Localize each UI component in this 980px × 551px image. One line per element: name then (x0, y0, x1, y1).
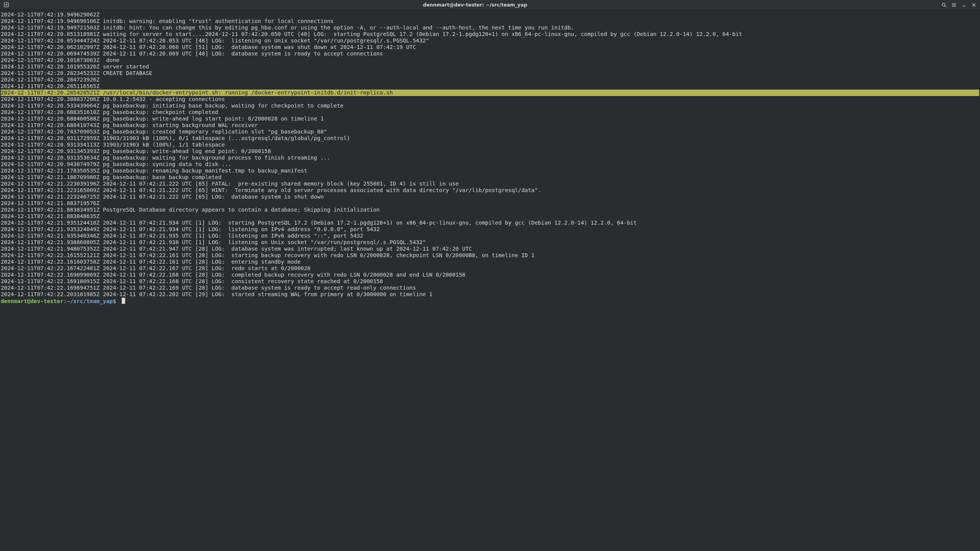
terminal-line: 2024-12-11T07:42:22.169180915Z 2024-12-1… (1, 278, 979, 285)
terminal-line: 2024-12-11T07:42:22.161552121Z 2024-12-1… (1, 252, 979, 259)
window-title: dennmart@dev-tester: ~/src/team_yap (11, 2, 939, 8)
terminal-line: 2024-12-11T07:42:21.935340346Z 2024-12-1… (1, 233, 979, 239)
search-icon (941, 2, 947, 8)
prompt-separator: : (64, 298, 67, 304)
terminal-line: 2024-12-11T07:42:19.949690106Z initdb: w… (1, 18, 979, 24)
terminal-line: 2024-12-11T07:42:19.949629062Z (1, 11, 979, 18)
terminal-line: 2024-12-11T07:42:20.931353634Z pg_baseba… (1, 155, 979, 161)
terminal-line: 2024-12-11T07:42:20.743709053Z pg_baseba… (1, 129, 979, 135)
terminal-line: 2024-12-11T07:42:20.931334113Z 31903/319… (1, 142, 979, 148)
terminal-line: 2024-12-11T07:42:21.948075352Z 2024-12-1… (1, 246, 979, 252)
terminal-line: 2024-12-11T07:42:20.282345232Z CREATE DA… (1, 70, 979, 77)
terminal-line: 2024-12-11T07:42:21.938860805Z 2024-12-1… (1, 239, 979, 246)
minimize-icon (962, 3, 966, 7)
terminal-line: 2024-12-11T07:42:21.883719576Z (1, 200, 979, 207)
terminal-line: 2024-12-11T07:42:20.062102997Z 2024-12-1… (1, 44, 979, 51)
hamburger-icon (951, 2, 957, 8)
terminal-line: 2024-12-11T07:42:21.935324049Z 2024-12-1… (1, 226, 979, 233)
search-button[interactable] (939, 1, 949, 9)
shell-prompt[interactable]: dennmart@dev-tester:~/src/team_yap$ (1, 298, 979, 305)
terminal-line: 2024-12-11T07:42:21.223246725Z 2024-12-1… (1, 194, 979, 200)
close-icon (972, 3, 976, 7)
terminal-output[interactable]: 2024-12-11T07:42:19.949629062Z 2024-12-1… (0, 10, 980, 305)
terminal-line: 2024-12-11T07:42:20.931172959Z 31903/319… (1, 135, 979, 142)
titlebar-right-group (939, 1, 978, 9)
window-titlebar: dennmart@dev-tester: ~/src/team_yap (0, 0, 980, 10)
terminal-line: 2024-12-11T07:42:20.051318981Z waiting f… (1, 31, 979, 37)
terminal-line-highlighted: 2024-12-11T07:42:20.285420521Z /usr/loca… (1, 90, 979, 96)
minimize-button[interactable] (959, 1, 969, 9)
new-tab-button[interactable] (2, 1, 11, 9)
terminal-line: 2024-12-11T07:42:22.167422481Z 2024-12-1… (1, 265, 979, 272)
terminal-line: 2024-12-11T07:42:22.169099069Z 2024-12-1… (1, 272, 979, 278)
terminal-line: 2024-12-11T07:42:21.883848635Z (1, 213, 979, 220)
terminal-line: 2024-12-11T07:42:20.101955326Z server st… (1, 64, 979, 70)
terminal-cursor (122, 298, 125, 304)
menu-button[interactable] (949, 1, 959, 9)
terminal-line: 2024-12-11T07:42:20.688351610Z pg_baseba… (1, 109, 979, 116)
plus-box-icon (3, 2, 9, 8)
terminal-line: 2024-12-11T07:42:20.388837206Z 10.0.1.2:… (1, 96, 979, 103)
svg-point-3 (942, 3, 945, 6)
terminal-line: 2024-12-11T07:42:20.053444724Z 2024-12-1… (1, 37, 979, 44)
terminal-line: 2024-12-11T07:42:20.101873063Z done (1, 57, 979, 64)
prompt-symbol: $ (113, 298, 119, 304)
terminal-line: 2024-12-11T07:42:21.223039196Z 2024-12-1… (1, 181, 979, 187)
terminal-line: 2024-12-11T07:42:20.533439064Z pg_baseba… (1, 103, 979, 109)
terminal-line: 2024-12-11T07:42:20.943874979Z pg_baseba… (1, 161, 979, 168)
terminal-line: 2024-12-11T07:42:20.688400588Z pg_baseba… (1, 116, 979, 122)
terminal-line: 2024-12-11T07:42:21.223165009Z 2024-12-1… (1, 187, 979, 194)
terminal-line: 2024-12-11T07:42:21.935124410Z 2024-12-1… (1, 220, 979, 226)
svg-line-4 (945, 5, 946, 7)
terminal-line: 2024-12-11T07:42:20.688410743Z pg_baseba… (1, 122, 979, 129)
terminal-line: 2024-12-11T07:42:21.180709980Z pg_baseba… (1, 174, 979, 181)
terminal-line: 2024-12-11T07:42:20.069474539Z 2024-12-1… (1, 51, 979, 57)
close-button[interactable] (969, 1, 978, 9)
terminal-line: 2024-12-11T07:42:22.161603758Z 2024-12-1… (1, 259, 979, 265)
titlebar-left-group (2, 1, 11, 9)
terminal-line: 2024-12-11T07:42:20.285116565Z (1, 83, 979, 90)
terminal-line: 2024-12-11T07:42:20.931345393Z pg_baseba… (1, 148, 979, 155)
terminal-line: 2024-12-11T07:42:22.203101985Z 2024-12-1… (1, 291, 979, 298)
prompt-path: ~/src/team_yap (67, 298, 113, 304)
prompt-user-host: dennmart@dev-tester (1, 298, 64, 304)
terminal-line: 2024-12-11T07:42:20.284723926Z (1, 77, 979, 83)
terminal-line: 2024-12-11T07:42:22.169694751Z 2024-12-1… (1, 285, 979, 291)
terminal-line: 2024-12-11T07:42:21.178350535Z pg_baseba… (1, 168, 979, 174)
terminal-line: 2024-12-11T07:42:21.883834951Z PostgreSQ… (1, 207, 979, 213)
terminal-line: 2024-12-11T07:42:19.949721503Z initdb: h… (1, 24, 979, 31)
